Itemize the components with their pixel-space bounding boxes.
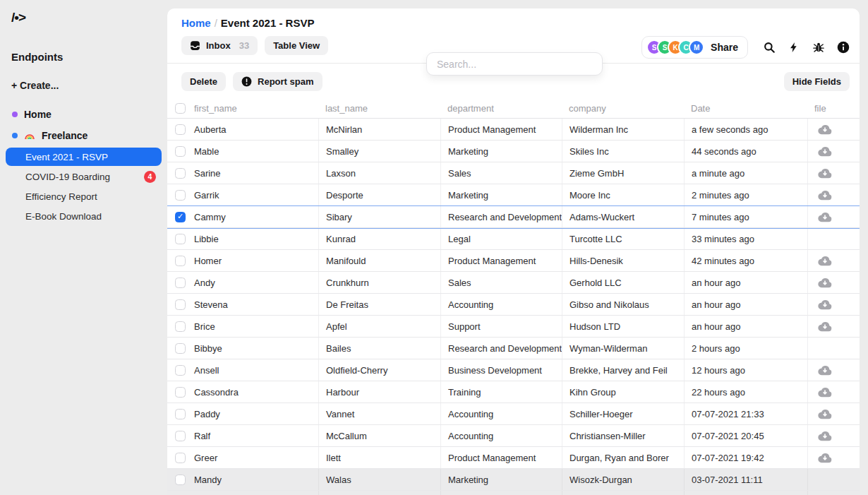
row-checkbox[interactable] [175, 387, 186, 398]
app-logo-icon[interactable]: /•> [0, 10, 167, 25]
sidebar-item-efficiency-report[interactable]: Efficiency Report [6, 187, 162, 205]
cell-date: 07-07-2021 21:33 [684, 403, 807, 424]
file-download-icon[interactable] [818, 256, 832, 266]
row-checkbox[interactable] [175, 212, 186, 222]
report-spam-button[interactable]: Report spam [233, 72, 322, 91]
table-row[interactable]: AubertaMcNirlanProduct ManagementWilderm… [167, 119, 860, 141]
row-checkbox[interactable] [175, 256, 186, 266]
file-download-icon[interactable] [818, 212, 832, 222]
cell-first-name: Auberta [194, 124, 227, 135]
table-row[interactable]: HomerManifouldProduct ManagementHills-De… [167, 250, 860, 272]
table-row[interactable]: MableSmalleyMarketingSkiles Inc44 second… [167, 141, 860, 162]
cell-company: Brekke, Harvey and Feil [562, 359, 684, 381]
table-view-button[interactable]: Table View [265, 36, 328, 55]
select-all-checkbox[interactable] [175, 103, 186, 114]
cell-department: Accounting [440, 403, 562, 424]
row-checkbox[interactable] [175, 431, 186, 441]
table-row[interactable] [167, 491, 860, 495]
cell-company: Wisozk-Durgan [562, 469, 684, 490]
cell-date: an hour ago [684, 272, 807, 293]
row-checkbox[interactable] [175, 234, 186, 244]
row-checkbox[interactable] [175, 124, 186, 135]
breadcrumb-home-link[interactable]: Home [181, 17, 211, 29]
row-checkbox[interactable] [175, 409, 186, 419]
cell-company: Kihn Group [562, 381, 684, 402]
bug-icon[interactable] [812, 41, 825, 54]
search-input[interactable] [427, 53, 602, 75]
table-row[interactable]: AndyCrunkhurnSalesGerhold LLCan hour ago [167, 272, 860, 294]
delete-button[interactable]: Delete [181, 72, 226, 91]
create-endpoint-button[interactable]: + Create... [11, 80, 167, 91]
inbox-icon [190, 40, 200, 51]
table-row[interactable]: StevenaDe FreitasAccountingGibso and Nik… [167, 294, 860, 316]
cell-department: Product Management [440, 250, 562, 271]
cell-first-name: Mandy [194, 475, 222, 485]
file-download-icon[interactable] [818, 365, 832, 376]
sidebar-item-ebook-download[interactable]: E-Book Download [6, 207, 162, 225]
file-download-icon[interactable] [818, 453, 832, 463]
sidebar-item-covid19-boarding[interactable]: COVID-19 Boarding 4 [6, 167, 162, 186]
row-checkbox[interactable] [175, 299, 186, 310]
sidebar-item-label: Efficiency Report [25, 191, 97, 202]
sidebar-title: Endpoints [11, 51, 167, 63]
row-checkbox[interactable] [175, 168, 186, 179]
table-row[interactable]: CammySibaryResearch and DevelopmentAdams… [167, 206, 860, 228]
row-checkbox[interactable] [175, 343, 186, 354]
column-header: first_name [194, 103, 237, 114]
table-row[interactable]: PaddyVannetAccountingSchiller-Hoeger07-0… [167, 403, 860, 425]
file-download-icon[interactable] [818, 168, 832, 179]
cell-first-name: Ansell [194, 365, 219, 376]
file-download-icon[interactable] [818, 387, 832, 398]
table-row[interactable]: LibbieKunradLegalTurcotte LLC33 minutes … [167, 228, 860, 250]
info-icon[interactable] [836, 41, 850, 54]
sidebar-item-label: Home [24, 109, 52, 120]
cell-company [562, 491, 684, 495]
file-download-icon[interactable] [818, 278, 832, 288]
table-row[interactable]: GarrikDesporteMarketingMoore Inc2 minute… [167, 184, 860, 206]
table-row[interactable]: CassondraHarbourTrainingKihn Group22 hou… [167, 381, 860, 403]
inbox-tab-button[interactable]: Inbox 33 [181, 36, 258, 55]
table-row[interactable]: GreerIlettProduct ManagementDurgan, Ryan… [167, 447, 860, 469]
cell-last-name: Sibary [318, 206, 440, 227]
sidebar-item-home[interactable]: Home [0, 104, 167, 125]
cell-company: Wilderman Inc [562, 119, 684, 140]
hide-fields-button[interactable]: Hide Fields [784, 72, 850, 91]
lightning-icon[interactable] [787, 41, 800, 54]
row-checkbox[interactable] [175, 146, 186, 157]
file-download-icon[interactable] [818, 409, 832, 419]
file-download-icon[interactable] [818, 124, 832, 135]
cell-first-name: Cammy [194, 212, 226, 222]
sidebar-item-freelance[interactable]: Freelance [0, 125, 167, 146]
inbox-count: 33 [239, 40, 249, 51]
cell-date: 42 minutes ago [684, 250, 807, 271]
table-row[interactable]: MandyWalasMarketingWisozk-Durgan03-07-20… [167, 469, 860, 491]
table-row[interactable]: AnsellOldfield-CherryBusiness Developmen… [167, 359, 860, 381]
cell-last-name: Bailes [318, 338, 440, 359]
unread-count-badge: 4 [144, 171, 156, 183]
cell-date: 07-07-2021 19:42 [684, 447, 807, 468]
sidebar-item-event-2021-rsvp[interactable]: Event 2021 - RSVP [6, 148, 162, 166]
table-row[interactable]: BriceApfelSupportHudson LTDan hour ago [167, 316, 860, 338]
file-download-icon[interactable] [818, 321, 832, 332]
row-checkbox[interactable] [175, 475, 186, 485]
rainbow-icon [24, 130, 35, 141]
search-icon[interactable] [762, 41, 776, 54]
cell-company: Gerhold LLC [562, 272, 684, 293]
file-download-icon[interactable] [818, 146, 832, 157]
file-download-icon[interactable] [818, 431, 832, 441]
cell-date: a minute ago [684, 162, 807, 184]
share-button[interactable]: SSKCM Share [641, 36, 748, 59]
search-box [426, 52, 603, 76]
delete-label: Delete [190, 76, 217, 87]
table-row[interactable]: RalfMcCallumAccountingChristiansen-Mille… [167, 425, 860, 447]
table-row[interactable]: BibbyeBailesResearch and DevelopmentWyma… [167, 338, 860, 359]
file-download-icon[interactable] [818, 299, 832, 310]
row-checkbox[interactable] [175, 190, 186, 201]
file-download-icon[interactable] [818, 190, 832, 201]
row-checkbox[interactable] [175, 365, 186, 376]
cell-last-name: Apfel [318, 316, 440, 337]
row-checkbox[interactable] [175, 321, 186, 332]
row-checkbox[interactable] [175, 453, 186, 463]
row-checkbox[interactable] [175, 278, 186, 288]
table-row[interactable]: SarineLaxsonSalesZieme GmbHa minute ago [167, 162, 860, 184]
